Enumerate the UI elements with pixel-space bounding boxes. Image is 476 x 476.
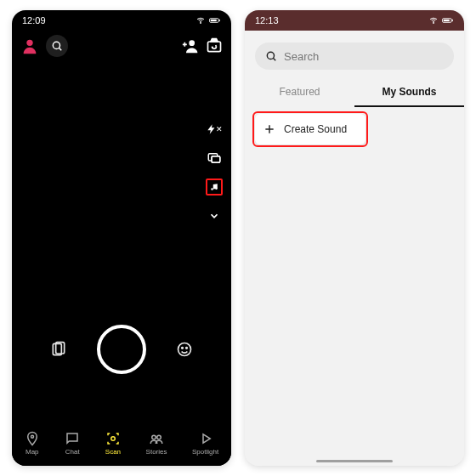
dual-camera-button[interactable] (206, 150, 223, 167)
scan-icon (105, 431, 121, 446)
more-tools-button[interactable] (206, 207, 223, 224)
search-input[interactable]: Search (255, 42, 454, 70)
sound-tabs: Featured My Sounds (245, 78, 464, 107)
svg-line-6 (59, 48, 61, 50)
lens-button[interactable] (175, 340, 194, 359)
create-sound-button[interactable]: Create Sound (255, 114, 366, 144)
home-indicator (316, 460, 393, 462)
bottom-nav: Map Chat Scan Stories Spotlight (12, 423, 231, 466)
flip-camera-button[interactable] (206, 37, 223, 54)
svg-point-13 (215, 187, 218, 190)
profile-avatar[interactable] (20, 37, 39, 55)
nav-scan[interactable]: Scan (105, 431, 121, 456)
svg-line-28 (273, 58, 275, 60)
camera-tools: ✕ (206, 121, 223, 224)
svg-rect-25 (444, 20, 450, 21)
shutter-row (12, 325, 231, 374)
nav-map-label: Map (26, 448, 39, 456)
nav-stories-label: Stories (146, 448, 167, 456)
nav-chat[interactable]: Chat (65, 431, 80, 456)
status-icons (428, 16, 454, 25)
tab-featured[interactable]: Featured (245, 78, 354, 107)
spotlight-icon (198, 431, 213, 446)
status-bar: 12:13 (245, 10, 464, 31)
search-button[interactable] (46, 35, 68, 57)
battery-icon (442, 16, 454, 25)
smiley-icon (176, 341, 193, 358)
svg-rect-3 (219, 20, 220, 21)
svg-point-22 (157, 435, 162, 439)
nav-stories[interactable]: Stories (146, 431, 167, 456)
map-icon (25, 431, 40, 446)
battery-icon (209, 16, 221, 25)
shutter-button[interactable] (97, 325, 146, 374)
search-placeholder: Search (284, 50, 319, 63)
flip-camera-icon (206, 37, 223, 54)
nav-spotlight[interactable]: Spotlight (192, 431, 218, 456)
add-friend-icon (182, 37, 199, 54)
svg-point-4 (26, 40, 32, 46)
status-bar: 12:09 (12, 10, 231, 31)
status-icons (196, 16, 221, 25)
svg-rect-10 (212, 156, 220, 163)
camera-viewport[interactable]: ✕ (12, 61, 231, 423)
status-time: 12:09 (22, 15, 46, 26)
svg-point-27 (267, 52, 274, 59)
nav-chat-label: Chat (65, 448, 80, 456)
status-time: 12:13 (255, 15, 279, 26)
svg-rect-2 (211, 20, 217, 21)
plus-icon (264, 123, 275, 135)
svg-point-18 (186, 348, 188, 349)
nav-spotlight-label: Spotlight (192, 448, 218, 456)
search-icon (265, 50, 277, 62)
svg-rect-8 (208, 42, 221, 52)
search-icon (51, 40, 63, 52)
sounds-screen: 12:13 Search Featured My Sounds Create S… (245, 10, 464, 466)
top-bar (12, 31, 231, 61)
tab-featured-label: Featured (279, 86, 320, 98)
nav-map[interactable]: Map (25, 431, 40, 456)
sounds-button[interactable] (206, 178, 223, 196)
music-icon (210, 180, 218, 194)
svg-point-0 (201, 23, 201, 24)
svg-point-5 (53, 42, 60, 48)
wifi-icon (428, 16, 439, 25)
tab-my-sounds-label: My Sounds (382, 86, 436, 98)
stories-icon (149, 431, 164, 446)
svg-point-23 (434, 23, 434, 24)
dual-camera-icon (207, 150, 222, 166)
add-friend-button[interactable] (182, 37, 199, 54)
flash-button[interactable]: ✕ (206, 121, 223, 138)
svg-point-12 (211, 188, 213, 190)
memories-button[interactable] (49, 340, 68, 359)
tab-my-sounds[interactable]: My Sounds (354, 78, 464, 107)
svg-point-20 (111, 436, 116, 440)
wifi-icon (196, 16, 206, 25)
svg-point-16 (178, 343, 191, 356)
chat-icon (65, 431, 80, 446)
svg-rect-26 (452, 20, 453, 21)
camera-screen: 12:09 ✕ (12, 10, 231, 466)
svg-point-19 (31, 435, 33, 438)
svg-point-17 (182, 348, 184, 349)
svg-point-7 (189, 40, 195, 46)
create-sound-label: Create Sound (284, 123, 347, 135)
nav-scan-label: Scan (105, 448, 121, 456)
chevron-down-icon (208, 210, 220, 222)
memories-icon (50, 341, 67, 358)
svg-point-21 (152, 435, 156, 439)
sounds-content: Create Sound (245, 107, 464, 466)
